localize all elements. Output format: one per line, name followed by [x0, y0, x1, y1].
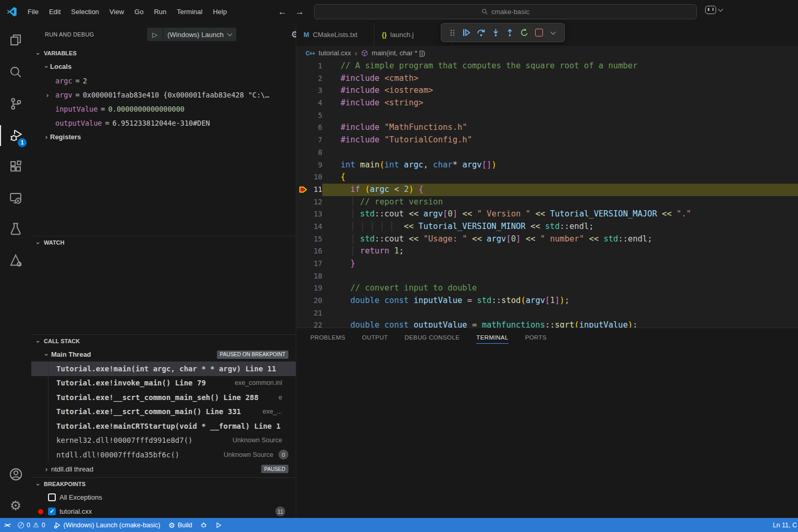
gutter[interactable] [296, 245, 310, 258]
gutter[interactable] [296, 84, 310, 97]
code-line[interactable]: 12 │ // report version [296, 196, 798, 209]
breadcrumb-file[interactable]: tutorial.cxx [319, 49, 351, 57]
launch-config-label[interactable]: (Windows) Launch [163, 28, 228, 41]
step-over-icon[interactable] [475, 27, 487, 39]
stack-frame[interactable]: ntdll.dll!00007fffda35bf6c() Unknown Sou… [31, 448, 296, 462]
remote-explorer-icon[interactable] [0, 185, 31, 212]
stack-frame[interactable]: kernel32.dll!00007fffd991e8d7() Unknown … [31, 433, 296, 448]
tab-problems[interactable]: PROBLEMS [310, 334, 345, 344]
continue-icon[interactable] [461, 27, 473, 39]
breakpoints-header[interactable]: › BREAKPOINTS [31, 478, 296, 490]
code-line[interactable]: 9int main(int argc, char* argv[]) [296, 159, 798, 172]
code-line[interactable]: 13 │ std::cout << argv[0] << " Version "… [296, 208, 798, 221]
code-line[interactable]: 16 │ return 1; [296, 245, 798, 258]
debug-launch-status[interactable]: (Windows) Launch (cmake-basic) [50, 518, 164, 532]
gutter[interactable] [296, 270, 310, 283]
code-line[interactable]: 10{ [296, 171, 798, 184]
line-number[interactable]: 17 [310, 258, 322, 270]
cmake-run-button[interactable] [211, 518, 226, 532]
code-line[interactable]: 7#include "TutorialConfig.h" [296, 134, 798, 147]
remote-indicator[interactable]: >< [0, 518, 14, 532]
cursor-position[interactable]: Ln 11, C [769, 518, 798, 532]
breadcrumb[interactable]: C++ tutorial.cxx › main(int, char * []) [296, 46, 798, 60]
gutter[interactable] [296, 134, 310, 147]
problems-status[interactable]: 0 ⚠ 0 [14, 518, 50, 532]
code-line[interactable]: 20 double const inputValue = std::stod(a… [296, 295, 798, 307]
testing-icon[interactable] [0, 215, 31, 243]
variable-row-argv[interactable]: › argv = 0x000001faab83e410 {0x000001faa… [31, 88, 296, 102]
gutter[interactable] [296, 159, 310, 172]
tab-output[interactable]: OUTPUT [362, 334, 388, 344]
stack-frame[interactable]: Tutorial.exe!main(int argc, char * * arg… [31, 361, 296, 376]
gutter[interactable] [296, 258, 310, 270]
gutter[interactable] [296, 122, 310, 134]
code-line[interactable]: 18 [296, 270, 798, 283]
variable-row-inputvalue[interactable]: inputValue = 0.0000000000000000 [31, 102, 296, 116]
line-number[interactable]: 5 [310, 110, 322, 122]
line-number[interactable]: 13 [310, 208, 322, 221]
menu-selection[interactable]: Selection [66, 0, 104, 23]
thread-main[interactable]: › Main Thread PAUSED ON BREAKPOINT [31, 347, 296, 361]
variables-header[interactable]: › VARIABLES [31, 47, 296, 59]
line-number[interactable]: 8 [310, 147, 322, 159]
tab-cmakelists[interactable]: M CMakeLists.txt [296, 23, 374, 46]
explorer-icon[interactable] [0, 27, 31, 54]
gutter[interactable] [296, 208, 310, 221]
step-into-icon[interactable] [490, 27, 501, 39]
watch-header[interactable]: › WATCH [31, 236, 296, 249]
step-out-icon[interactable] [504, 27, 516, 39]
variable-row-outputvalue[interactable]: outputValue = 6.951233812044e-310#DEN [31, 116, 296, 130]
stack-frame[interactable]: Tutorial.exe!__scrt_common_main_seh() Li… [31, 390, 296, 405]
line-number[interactable]: 6 [310, 122, 322, 134]
chevron-down-icon[interactable] [548, 27, 559, 39]
thread-ntdll[interactable]: › ntdll.dll thread PAUSED [31, 462, 296, 476]
restart-icon[interactable] [519, 27, 530, 39]
code-line[interactable]: 14 │ │ │ │ │ << Tutorial_VERSION_MINOR <… [296, 221, 798, 233]
gutter[interactable] [296, 147, 310, 159]
toolbar-grip-icon[interactable] [446, 27, 458, 39]
gutter[interactable] [296, 221, 310, 233]
gutter[interactable] [296, 97, 310, 110]
gutter[interactable] [296, 196, 310, 209]
gutter[interactable] [296, 60, 310, 72]
cmake-debug-button[interactable] [196, 518, 211, 532]
launch-configuration-control[interactable]: ▷ (Windows) Launch [147, 28, 236, 41]
cmake-icon[interactable] [0, 247, 31, 274]
call-stack-header[interactable]: › CALL STACK [31, 335, 296, 347]
source-control-icon[interactable] [0, 90, 31, 117]
menu-file[interactable]: File [22, 0, 44, 23]
code-line[interactable]: 2#include <cmath> [296, 72, 798, 85]
code-editor[interactable]: 1// A simple program that computes the s… [296, 60, 798, 328]
line-number[interactable]: 7 [310, 134, 322, 147]
code-line[interactable]: 11 if (argc < 2) { [296, 184, 798, 196]
menu-edit[interactable]: Edit [44, 0, 66, 23]
checkbox-checked[interactable]: ✓ [48, 507, 56, 515]
gutter[interactable] [296, 282, 310, 295]
breakpoint-tutorial-cxx[interactable]: ✓ tutorial.cxx 11 [31, 504, 296, 518]
code-line[interactable]: 4#include <string> [296, 97, 798, 110]
breakpoint-paused-icon[interactable] [296, 184, 310, 196]
menu-view[interactable]: View [104, 0, 129, 23]
line-number[interactable]: 21 [310, 307, 322, 320]
line-number[interactable]: 18 [310, 270, 322, 283]
copilot-menu[interactable] [705, 6, 722, 14]
line-number[interactable]: 20 [310, 295, 322, 307]
gutter[interactable] [296, 233, 310, 246]
code-line[interactable]: 21 [296, 307, 798, 320]
line-number[interactable]: 12 [310, 196, 322, 209]
line-number[interactable]: 4 [310, 97, 322, 110]
code-line[interactable]: 5 [296, 110, 798, 122]
code-line[interactable]: 6#include "MathFunctions.h" [296, 122, 798, 134]
line-number[interactable]: 11 [310, 184, 322, 196]
line-number[interactable]: 2 [310, 72, 322, 85]
stack-frame[interactable]: Tutorial.exe!invoke_main() Line 79 exe_c… [31, 376, 296, 391]
gutter[interactable] [296, 319, 310, 328]
line-number[interactable]: 3 [310, 84, 322, 97]
account-icon[interactable] [0, 461, 31, 488]
stop-icon[interactable] [533, 27, 545, 39]
tab-terminal[interactable]: TERMINAL [476, 334, 508, 344]
gutter[interactable] [296, 72, 310, 85]
gutter[interactable] [296, 171, 310, 184]
checkbox-unchecked[interactable] [48, 493, 56, 501]
line-number[interactable]: 10 [310, 171, 322, 184]
